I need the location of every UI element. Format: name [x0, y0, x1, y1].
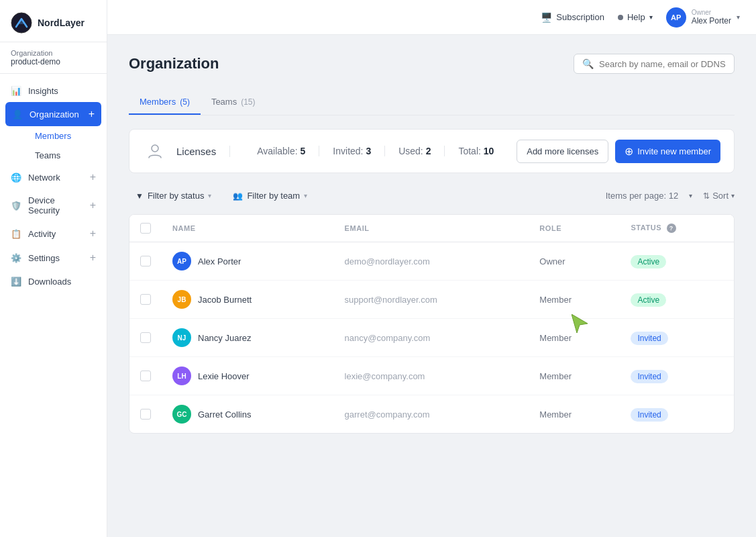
sidebar-item-activity[interactable]: 📋 Activity +: [0, 222, 107, 246]
sidebar-item-label: Device Security: [28, 195, 83, 215]
license-total: Total: 10: [445, 146, 507, 156]
row-select-checkbox[interactable]: [140, 332, 151, 343]
row-name: LH Lexie Hoover: [162, 357, 334, 395]
license-icon: [143, 139, 167, 163]
filter-team-btn[interactable]: 👥 Filter by team ▾: [226, 187, 314, 205]
license-available: Available: 5: [244, 146, 319, 156]
row-name: GC Garret Collins: [162, 395, 334, 434]
sidebar-item-label: Network: [28, 173, 60, 183]
add-more-licenses-button[interactable]: Add more licenses: [517, 140, 608, 163]
status-badge: Active: [631, 255, 666, 268]
license-bar: Licenses Available: 5 Invited: 3 Used: 2…: [129, 129, 735, 173]
topbar: 🖥️ Subscription Help ▾ AP Owner Alex Por…: [107, 0, 756, 35]
org-name: product-demo: [11, 57, 96, 66]
row-status: Invited: [620, 395, 734, 434]
tab-teams-count: (15): [241, 97, 255, 107]
chevron-down-icon: ▾: [304, 192, 307, 199]
select-all-checkbox[interactable]: [140, 223, 151, 234]
sidebar-logo: NordLayer: [0, 0, 107, 42]
row-select-checkbox[interactable]: [140, 371, 151, 381]
sort-btn[interactable]: ⇅ Sort ▾: [703, 191, 735, 201]
help-btn[interactable]: Help ▾: [618, 12, 653, 22]
row-status: Invited: [620, 319, 734, 357]
table-row: GC Garret Collins garret@company.com Mem…: [129, 395, 734, 434]
row-role: Member: [529, 395, 620, 434]
sidebar-item-settings[interactable]: ⚙️ Settings +: [0, 246, 107, 270]
org-icon: 👤: [12, 109, 23, 119]
status-badge: Invited: [631, 408, 667, 422]
svg-point-1: [152, 145, 158, 152]
sidebar-item-label: Settings: [28, 253, 60, 263]
expand-icon[interactable]: +: [90, 199, 96, 211]
sidebar-item-members[interactable]: Members: [24, 126, 107, 146]
th-role: ROLE: [529, 215, 620, 242]
status-badge: Invited: [631, 370, 667, 383]
tab-teams-label: Teams: [211, 97, 237, 107]
row-role: Member: [529, 281, 620, 319]
table-row: AP Alex Porter demo@nordlayer.com Owner …: [129, 242, 734, 281]
user-name: Garret Collins: [198, 409, 251, 420]
shield-icon: 🛡️: [11, 200, 21, 211]
tab-members[interactable]: Members (5): [129, 90, 201, 115]
row-role: Member: [529, 319, 620, 357]
subscription-label: Subscription: [556, 12, 604, 22]
chevron-down-icon: ▾: [737, 13, 740, 21]
table-row: NJ Nancy Juarez nancy@company.com Member…: [129, 319, 734, 357]
table-row: LH Lexie Hoover lexie@company.com Member…: [129, 357, 734, 395]
row-email: support@nordlayer.com: [334, 281, 529, 319]
row-select-checkbox[interactable]: [140, 256, 151, 266]
status-help-icon[interactable]: ?: [667, 224, 676, 233]
tab-teams[interactable]: Teams (15): [201, 90, 266, 115]
user-name: Alex Porter: [198, 256, 241, 266]
avatar-info: Owner Alex Porter: [692, 9, 731, 26]
th-checkbox: [129, 215, 162, 242]
table-options: Items per page: 12 ▾ ⇅ Sort ▾: [606, 191, 735, 201]
filter-group: ▼ Filter by status ▾ 👥 Filter by team ▾: [129, 187, 314, 205]
expand-icon[interactable]: +: [89, 108, 95, 120]
expand-icon[interactable]: +: [90, 252, 96, 264]
user-name: Alex Porter: [692, 16, 731, 26]
sidebar-item-teams[interactable]: Teams: [24, 146, 107, 165]
status-badge: Invited: [631, 332, 667, 345]
user-avatar: AP: [172, 252, 191, 271]
search-box[interactable]: 🔍: [574, 54, 735, 74]
table-body: AP Alex Porter demo@nordlayer.com Owner …: [129, 242, 734, 434]
sidebar-item-network[interactable]: 🌐 Network +: [0, 165, 107, 189]
page-content: Organization 🔍 Members (5) Teams (15): [107, 35, 756, 537]
row-email: nancy@company.com: [334, 319, 529, 357]
org-info: Organization product-demo: [0, 42, 107, 74]
status-badge: Active: [631, 293, 666, 307]
row-select-checkbox[interactable]: [140, 294, 151, 305]
row-role: Owner: [529, 242, 620, 281]
tabs: Members (5) Teams (15): [129, 90, 735, 115]
dot-icon: [618, 15, 623, 20]
expand-icon[interactable]: +: [90, 228, 96, 240]
user-name: Nancy Juarez: [198, 333, 251, 343]
sidebar-item-device-security[interactable]: 🛡️ Device Security +: [0, 189, 107, 222]
sidebar-item-downloads[interactable]: ⬇️ Downloads: [0, 270, 107, 293]
row-select-checkbox[interactable]: [140, 409, 151, 420]
app-name: NordLayer: [38, 17, 85, 28]
sidebar-item-insights[interactable]: 📊 Insights: [0, 79, 107, 102]
subscription-btn[interactable]: 🖥️ Subscription: [541, 12, 604, 23]
expand-icon[interactable]: +: [90, 171, 96, 183]
items-per-page[interactable]: Items per page: 12: [606, 191, 678, 201]
avatar: AP: [666, 7, 686, 28]
activity-icon: 📋: [11, 228, 21, 239]
th-status: STATUS ?: [620, 215, 734, 242]
invite-new-member-button[interactable]: ⊕ Invite new member: [615, 140, 720, 163]
page-header: Organization 🔍: [129, 54, 735, 74]
row-email: demo@nordlayer.com: [334, 242, 529, 281]
row-checkbox: [129, 319, 162, 357]
filter-icon: ▼: [136, 191, 144, 201]
sidebar-item-label: Downloads: [28, 277, 71, 287]
tab-members-label: Members: [140, 97, 176, 107]
search-input[interactable]: [599, 59, 726, 69]
row-checkbox: [129, 281, 162, 319]
user-menu[interactable]: AP Owner Alex Porter ▾: [666, 7, 740, 28]
download-icon: ⬇️: [11, 276, 21, 287]
license-invited: Invited: 3: [319, 146, 385, 156]
subscription-icon: 🖥️: [541, 12, 552, 23]
sidebar-item-organization[interactable]: 👤 Organization +: [5, 102, 101, 126]
filter-status-btn[interactable]: ▼ Filter by status ▾: [129, 187, 218, 205]
